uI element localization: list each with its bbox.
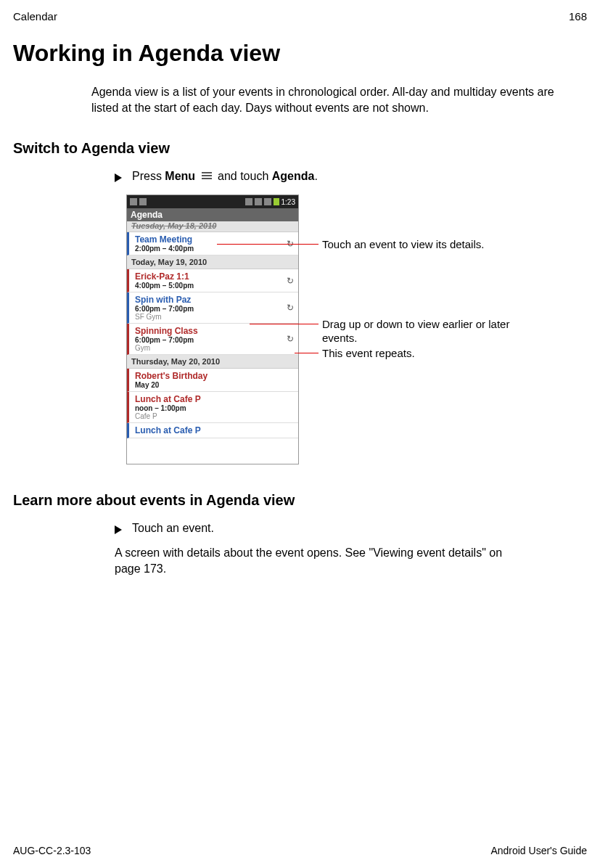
repeat-icon: ↻: [287, 303, 294, 313]
event-location: SF Gym: [135, 313, 294, 321]
notif-icon: [139, 198, 147, 205]
agenda-event[interactable]: Spinning Class6:00pm – 7:00pmGym↻: [127, 324, 298, 355]
intro-paragraph: Agenda view is a list of your events in …: [91, 84, 580, 115]
subhead-switch: Switch to Agenda view: [13, 140, 587, 157]
step-touch-event: Touch an event.: [115, 522, 580, 535]
bullet-triangle-icon: [115, 173, 122, 182]
bullet-triangle-icon: [115, 525, 122, 534]
repeat-icon: ↻: [287, 276, 294, 286]
event-title: Lunch at Cafe P: [135, 425, 294, 435]
callout-text: This event repeats.: [322, 347, 415, 361]
event-location: Gym: [135, 344, 294, 352]
agenda-event[interactable]: Lunch at Cafe Pnoon – 1:00pmCafe P: [127, 392, 298, 423]
footer: AUG-CC-2.3-103 Android User's Guide: [13, 845, 587, 856]
clock: 1:23: [281, 198, 295, 206]
agenda-header: Agenda: [127, 208, 298, 221]
event-list[interactable]: Team Meeting2:00pm – 4:00pm↻Today, May 1…: [127, 232, 298, 438]
signal-icon: [255, 198, 262, 205]
step-press-menu: Press Menu and touch Agenda.: [115, 170, 580, 183]
event-time: 6:00pm – 7:00pm: [135, 305, 294, 313]
guide-name: Android User's Guide: [490, 845, 587, 856]
step-text: Press Menu and touch Agenda.: [132, 170, 318, 183]
step-text: Touch an event.: [132, 522, 214, 535]
event-time: 6:00pm – 7:00pm: [135, 336, 294, 344]
gps-icon: [245, 198, 252, 205]
agenda-event[interactable]: Robert's BirthdayMay 20: [127, 369, 298, 392]
section-name: Calendar: [13, 10, 57, 22]
menu-icon: [202, 172, 212, 181]
signal-icon: [264, 198, 271, 205]
day-header: Thursday, May 20, 2010: [127, 355, 298, 369]
day-header: Today, May 19, 2010: [127, 255, 298, 269]
page: Calendar 168 Working in Agenda view Agen…: [0, 0, 600, 868]
callout-line: [217, 244, 319, 245]
status-bar: 1:23: [127, 195, 298, 208]
page-title: Working in Agenda view: [13, 40, 587, 67]
event-title: Robert's Birthday: [135, 371, 294, 381]
running-header: Calendar 168: [13, 10, 587, 22]
page-number: 168: [569, 10, 587, 22]
callout-line: [250, 324, 319, 324]
figure: 1:23 Agenda Tuesday, May 18, 2010 Team M…: [126, 195, 580, 470]
event-location: Cafe P: [135, 412, 294, 420]
agenda-event[interactable]: Erick-Paz 1:14:00pm – 5:00pm↻: [127, 269, 298, 292]
event-time: May 20: [135, 381, 294, 389]
event-title: Spin with Paz: [135, 295, 294, 305]
phone-screenshot: 1:23 Agenda Tuesday, May 18, 2010 Team M…: [126, 195, 299, 464]
day-header: Tuesday, May 18, 2010: [127, 221, 298, 232]
callout-line: [295, 353, 319, 353]
event-time: noon – 1:00pm: [135, 404, 294, 412]
callout-text: Drag up or down to view earlier or later…: [322, 318, 540, 345]
event-title: Erick-Paz 1:1: [135, 271, 294, 282]
agenda-event[interactable]: Spin with Paz6:00pm – 7:00pmSF Gym↻: [127, 292, 298, 324]
repeat-icon: ↻: [287, 334, 294, 344]
event-time: 2:00pm – 4:00pm: [135, 245, 294, 253]
event-title: Lunch at Cafe P: [135, 394, 294, 404]
event-time: 4:00pm – 5:00pm: [135, 282, 294, 290]
event-title: Spinning Class: [135, 326, 294, 336]
agenda-event[interactable]: Lunch at Cafe P: [127, 423, 298, 438]
battery-icon: [274, 198, 279, 205]
notif-icon: [130, 198, 137, 205]
body: Agenda view is a list of your events in …: [91, 84, 580, 115]
callout-text: Touch an event to view its details.: [322, 238, 484, 252]
doc-id: AUG-CC-2.3-103: [13, 845, 91, 856]
subhead-learn-more: Learn more about events in Agenda view: [13, 492, 587, 509]
detail-paragraph: A screen with details about the event op…: [115, 545, 521, 576]
event-title: Team Meeting: [135, 234, 294, 245]
